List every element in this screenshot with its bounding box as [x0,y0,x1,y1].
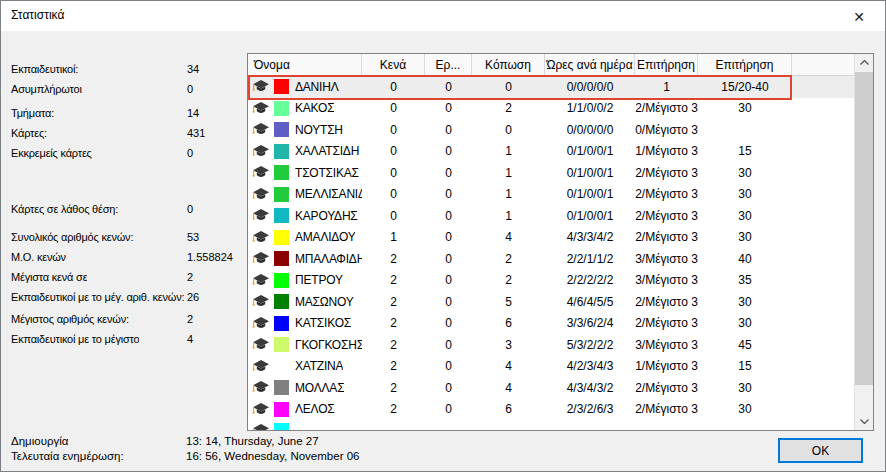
cell-epitirisi_2: 30 [698,101,792,115]
teacher-table[interactable]: ΌνομαΚενάΕρ...ΚόπωσηΏρες ανά ημέραΕπιτήρ… [247,53,874,431]
table-row[interactable]: ΜΟΛΛΑΣ2044/3/4/3/22/Μέγιστο 330 [248,377,854,399]
chevron-up-icon [860,60,869,65]
scroll-up-button[interactable] [855,54,873,71]
teacher-name: ΜΕΛΛΙΣΑΝΙΔΗΣ [295,187,362,201]
stat-group: Συνολικός αριθμός κενών:53Μ.Ο. κενών1.55… [11,227,243,307]
teacher-name: ΝΟΥΤΣΗ [295,123,343,137]
table-row[interactable]: ΓΚΟΓΚΟΣΗΣ2035/3/2/2/23/Μέγιστο 345 [248,334,854,356]
stat-row: Εκκρεμείς κάρτες0 [11,143,243,163]
cell-hours_per_day: 4/6/4/5/5 [545,295,635,309]
table-row[interactable]: ΤΣΟΤΣΙΚΑΣ0010/1/0/0/12/Μέγιστο 330 [248,162,854,184]
teacher-name: ΔΑΝΙΗΛ [295,80,339,94]
table-row[interactable]: ΚΑΤΣΙΚΟΣ2063/3/6/2/42/Μέγιστο 330 [248,313,854,335]
table-row[interactable]: ΚΑΡΟΥΔΗΣ0010/1/0/0/12/Μέγιστο 330 [248,205,854,227]
table-row[interactable]: ΝΟΥΤΣΗ0000/0/0/0/00/Μέγιστο 3 [248,119,854,141]
graduation-cap-icon [252,208,270,223]
cell-epitirisi_2: 30 [698,295,792,309]
graduation-cap-icon [252,165,270,180]
teacher-color-square [274,187,289,202]
graduation-cap-icon [252,122,270,137]
stat-value: 431 [187,123,205,143]
stat-value: 4 [187,329,193,349]
column-header-1[interactable]: Όνομα [248,54,362,75]
cell-kena: 0 [362,101,425,115]
stat-label: Εκκρεμείς κάρτες [11,143,92,163]
cell-epitirisi_2: 15 [698,359,792,373]
cell-kena: 0 [362,166,425,180]
teacher-color-square [274,273,289,288]
teacher-name: ΤΣΟΤΣΙΚΑΣ [295,166,359,180]
cell-koposi: 2 [472,252,545,266]
table-row[interactable] [248,420,854,430]
table-content: ΌνομαΚενάΕρ...ΚόπωσηΏρες ανά ημέραΕπιτήρ… [248,54,854,430]
table-row[interactable]: ΑΜΑΛΙΔΟΥ1044/3/3/4/22/Μέγιστο 330 [248,227,854,249]
table-row[interactable]: ΜΠΑΛΑΦΙΔΗΣ2022/2/1/1/23/Μέγιστο 340 [248,248,854,270]
cell-er: 0 [425,316,472,330]
column-header-3[interactable]: Ερ... [425,54,472,75]
table-row[interactable]: ΠΕΤΡΟΥ2022/2/2/2/23/Μέγιστο 335 [248,270,854,292]
ok-button[interactable]: OK [778,438,863,463]
stat-value: 34 [187,59,199,79]
stat-value: 26 [187,287,199,307]
stat-label: Εκπαιδευτικοί: [11,59,78,79]
cell-kena: 2 [362,295,425,309]
stat-row: Συνολικός αριθμός κενών:53 [11,227,243,247]
created-value: 13: 14, Thursday, June 27 [186,435,319,447]
stat-row: Εκπαιδευτικοί:34 [11,59,243,79]
teacher-color-square [274,359,289,374]
stat-row: Μ.Ο. κενών1.558824 [11,247,243,267]
stat-value: 53 [187,227,199,247]
cell-kena: 0 [362,209,425,223]
stat-value: 0 [187,199,193,219]
cell-er: 0 [425,295,472,309]
cell-koposi: 1 [472,166,545,180]
stat-value: 0 [187,143,193,163]
table-row[interactable]: ΜΑΣΩΝΟΥ2054/6/4/5/52/Μέγιστο 330 [248,291,854,313]
teacher-name: ΠΕΤΡΟΥ [295,273,343,287]
updated-label: Τελευταία ενημέρωση: [11,450,124,462]
close-button[interactable]: ✕ [842,6,876,27]
cell-koposi: 5 [472,295,545,309]
teacher-color-square [274,101,289,116]
table-row[interactable]: ΔΑΝΙΗΛ0000/0/0/0/0115/20-40 [248,76,854,98]
teacher-color-square [274,294,289,309]
column-header-filler [792,54,854,75]
teacher-color-square [274,251,289,266]
stat-row: Τμήματα:14 [11,103,243,123]
cell-kena: 1 [362,230,425,244]
cell-er: 0 [425,273,472,287]
graduation-cap-icon [252,337,270,352]
cell-epitirisi_2: 30 [698,187,792,201]
teacher-name-cell: ΚΑΚΟΣ [248,101,362,116]
vertical-scrollbar[interactable] [854,54,873,430]
cell-epitirisi_2: 30 [698,166,792,180]
cell-epitirisi_1: 2/Μέγιστο 3 [635,230,698,244]
table-row[interactable]: ΧΑΤΖΙΝΑ2044/2/3/4/31/Μέγιστο 315 [248,356,854,378]
cell-epitirisi_2: 15 [698,144,792,158]
teacher-name-cell: ΚΑΡΟΥΔΗΣ [248,208,362,223]
teacher-name: ΧΑΛΑΤΣΙΔΗ [295,144,359,158]
column-header-6[interactable]: Επιτήρηση [635,54,698,75]
stat-label: Εκπαιδευτικοί με το μέγιστο [11,329,139,349]
teacher-color-square [274,144,289,159]
table-row[interactable]: ΚΑΚΟΣ0021/1/0/0/22/Μέγιστο 330 [248,98,854,120]
cell-hours_per_day: 3/3/6/2/4 [545,316,635,330]
cell-er: 0 [425,101,472,115]
updated-value: 16: 56, Wednesday, November 06 [186,450,359,462]
stat-row: Κάρτες σε λάθος θέση:0 [11,199,243,219]
teacher-color-square [274,208,289,223]
cell-hours_per_day: 4/3/3/4/2 [545,230,635,244]
table-row[interactable]: ΛΕΛΟΣ2062/3/2/6/32/Μέγιστο 330 [248,399,854,421]
column-header-5[interactable]: Ώρες ανά ημέρα [545,54,635,75]
cell-er: 0 [425,381,472,395]
scrollbar-thumb[interactable] [855,72,873,385]
cell-koposi: 2 [472,273,545,287]
table-row[interactable]: ΜΕΛΛΙΣΑΝΙΔΗΣ0010/1/0/0/12/Μέγιστο 330 [248,184,854,206]
graduation-cap-icon [252,101,270,116]
column-header-4[interactable]: Κόπωση [472,54,545,75]
table-row[interactable]: ΧΑΛΑΤΣΙΔΗ0010/1/0/0/11/Μέγιστο 315 [248,141,854,163]
scroll-down-button[interactable] [855,413,873,430]
column-header-7[interactable]: Επιτήρηση [698,54,792,75]
column-header-2[interactable]: Κενά [362,54,425,75]
teacher-name: ΜΠΑΛΑΦΙΔΗΣ [295,252,362,266]
